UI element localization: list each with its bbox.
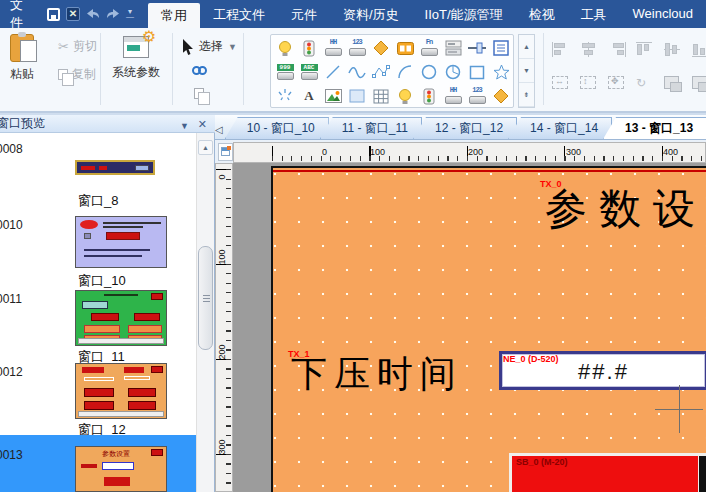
slider-icon[interactable] — [468, 39, 486, 57]
paste-button[interactable]: 粘贴 — [10, 34, 34, 83]
select-button[interactable]: 选择 ▼ — [182, 38, 237, 55]
window-thumbnail-8[interactable] — [75, 160, 155, 175]
editor-canvas-region: ◁ 10 - 窗口_10 11 - 窗口_11 12 - 窗口_12 14 - … — [215, 115, 706, 492]
window-thumbnail-13[interactable]: 参数设置 — [75, 446, 167, 492]
align-center-h-icon[interactable] — [580, 42, 598, 57]
red-line-element[interactable] — [273, 170, 706, 172]
window-number: 0013 — [0, 448, 23, 462]
circle-tool-icon[interactable] — [420, 63, 438, 81]
align-right-icon[interactable] — [608, 42, 626, 57]
numeric-input-element[interactable]: NE_0 (D-520) ##.# — [499, 351, 706, 390]
set-word-button2-icon[interactable]: 123 — [468, 87, 486, 105]
set-bit-button2-icon[interactable]: HH — [444, 87, 462, 105]
window-thumbnail-12[interactable] — [75, 363, 167, 419]
redo-icon[interactable] — [106, 8, 120, 20]
save-icon[interactable] — [47, 8, 60, 21]
tab-tools[interactable]: 工具 — [568, 0, 620, 28]
function-key-icon[interactable] — [372, 39, 390, 57]
align-middle-v-icon[interactable] — [664, 42, 682, 57]
tab-view[interactable]: 检视 — [516, 0, 568, 28]
word-lamp-orange-icon[interactable] — [396, 39, 414, 57]
bit-lamp2-icon[interactable] — [396, 87, 414, 105]
toolbox-expand-icon[interactable]: ⇟ — [519, 83, 534, 107]
arc-tool-icon[interactable] — [396, 63, 414, 81]
table-grid-icon[interactable] — [372, 87, 390, 105]
rectangle-tool-icon[interactable] — [468, 63, 486, 81]
function-button-icon[interactable]: Fn — [420, 39, 438, 57]
window-thumbnail-10[interactable] — [75, 216, 167, 268]
tab-project-files[interactable]: 工程文件 — [200, 0, 278, 28]
ascii-display-icon[interactable]: ABC — [300, 63, 318, 81]
design-workarea[interactable]: TX_0 参数设置 TX_1 下压时间 NE_0 (D-520) ##.# SB… — [233, 163, 706, 492]
field-label-text[interactable]: 下压时间 — [291, 350, 463, 399]
tab-home[interactable]: 常用 — [148, 3, 200, 28]
toolbox-scroll-up-icon[interactable]: ▲ — [519, 35, 534, 59]
doc-tab-window-10[interactable]: 10 - 窗口_10 — [225, 117, 329, 139]
ruler-tick-label: 100 — [370, 147, 387, 157]
doc-tab-window-14[interactable]: 14 - 窗口_14 — [508, 117, 612, 139]
same-size-icon[interactable] — [608, 76, 624, 89]
align-bottom-icon[interactable] — [692, 42, 706, 57]
ribbon-separator — [243, 33, 244, 105]
group-icon[interactable] — [664, 76, 679, 89]
filled-rect-icon[interactable] — [348, 87, 366, 105]
numeric-display-icon[interactable]: 999 — [276, 63, 294, 81]
star-tool-icon[interactable] — [492, 63, 510, 81]
panel-close-icon[interactable]: ✕ — [198, 116, 207, 133]
word-lamp2-icon[interactable] — [420, 87, 438, 105]
system-parameters-button[interactable]: ⚙ 系统参数 — [112, 36, 160, 81]
tab-iiot-energy[interactable]: IIoT/能源管理 — [412, 0, 516, 28]
align-left-icon[interactable] — [552, 42, 570, 57]
copy-button[interactable]: 复制 — [58, 66, 96, 83]
page-title-text[interactable]: 参数设置 — [545, 181, 706, 237]
cut-button[interactable]: ✂剪切 — [58, 38, 97, 55]
red-button-element[interactable]: SB_0 (M-20) — [509, 453, 706, 492]
option-list-icon[interactable] — [492, 39, 510, 57]
rotate-icon[interactable]: ↻ — [636, 76, 654, 91]
line-tool-icon[interactable] — [324, 63, 342, 81]
doc-tab-window-12[interactable]: 12 - 窗口_12 — [413, 117, 517, 139]
polyline-tool-icon[interactable] — [372, 63, 390, 81]
ruler-corner-icon[interactable] — [218, 143, 233, 161]
set-bit-button-icon[interactable]: HH — [324, 39, 342, 57]
doc-tab-window-11[interactable]: 11 - 窗口_11 — [320, 117, 422, 139]
tab-scroll-left-icon[interactable]: ◁ — [215, 124, 223, 139]
align-top-icon[interactable] — [636, 42, 654, 57]
tab-objects[interactable]: 元件 — [278, 0, 330, 28]
sidebar-scrollbar[interactable]: ▲ — [196, 133, 214, 492]
select-label: 选择 — [199, 38, 223, 55]
bit-lamp-icon[interactable] — [276, 39, 294, 57]
tab-weincloud[interactable]: Weincloud — [620, 0, 706, 28]
word-lamp-icon[interactable] — [300, 39, 318, 57]
multi-copy-icon[interactable] — [192, 66, 207, 75]
vertical-ruler: 0 100 200 300 — [215, 163, 233, 492]
window-thumbnail-11[interactable] — [75, 290, 167, 346]
pie-tool-icon[interactable] — [444, 63, 462, 81]
ungroup-icon[interactable] — [692, 76, 706, 89]
duplicate-icon[interactable] — [194, 88, 204, 99]
undo-icon[interactable] — [86, 8, 100, 20]
doc-tab-window-13[interactable]: 13 - 窗口_13 — [603, 117, 706, 139]
hmi-page[interactable]: TX_0 参数设置 TX_1 下压时间 NE_0 (D-520) ##.# SB… — [271, 166, 706, 492]
function-key2-icon[interactable] — [492, 87, 510, 105]
combo-button-icon[interactable] — [444, 39, 462, 57]
system-parameters-label: 系统参数 — [112, 64, 160, 81]
tab-data-history[interactable]: 资料/历史 — [330, 0, 412, 28]
object-tag: TX_0 — [540, 179, 562, 189]
wave-tool-icon[interactable] — [348, 63, 366, 81]
picture-tool-icon[interactable] — [324, 87, 342, 105]
set-word-button-icon[interactable]: 123 — [348, 39, 366, 57]
scrollbar-thumb[interactable] — [198, 246, 213, 350]
scatter-rays-icon[interactable] — [276, 87, 294, 105]
same-width-icon[interactable] — [552, 76, 568, 89]
ribbon-separator — [543, 33, 544, 105]
text-tool-icon[interactable]: A — [300, 87, 318, 105]
toolbar-options-icon[interactable]: ▾— — [126, 9, 134, 19]
window-label: 窗口_10 — [78, 272, 126, 290]
scroll-up-icon[interactable]: ▲ — [198, 140, 213, 155]
panel-menu-icon[interactable]: ▼ — [180, 118, 189, 135]
offline-simulation-icon[interactable]: ✕ — [66, 7, 80, 21]
cut-icon: ✂ — [58, 39, 69, 54]
toolbox-scroll-down-icon[interactable]: ▼ — [519, 59, 534, 83]
same-height-icon[interactable] — [580, 76, 596, 89]
